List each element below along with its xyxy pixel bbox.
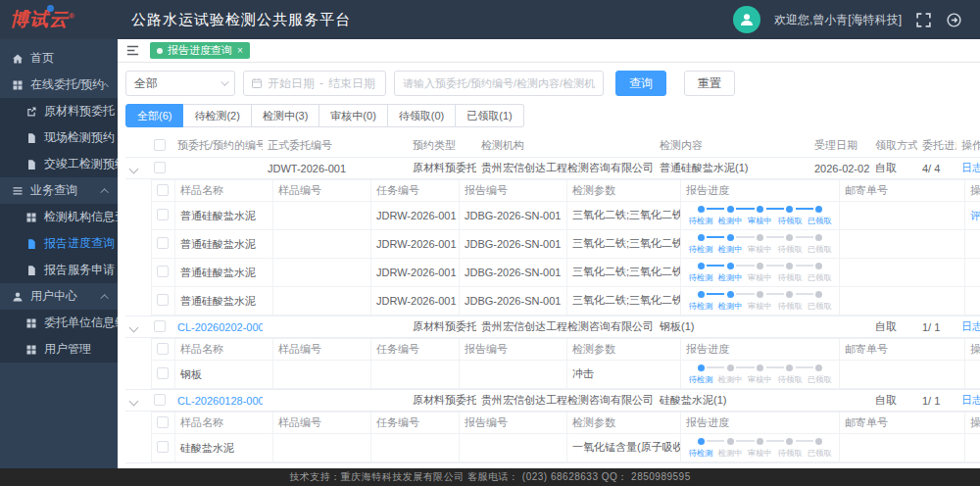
progress-dot — [698, 438, 705, 445]
report-progress: 待检测检测中审核中待领取已领取 — [686, 363, 834, 386]
status-tab-picked-up[interactable]: 已领取(1) — [456, 104, 523, 127]
status-tab-reviewing[interactable]: 审核中(0) — [319, 104, 387, 127]
row-checkbox[interactable] — [154, 320, 166, 332]
sidebar-item-report-service-apply[interactable]: 报告服务申请 — [0, 257, 118, 283]
sidebar-section-user-center[interactable]: 用户中心 — [0, 283, 118, 310]
sidebar-section-online-entrust[interactable]: 在线委托/预约 — [0, 72, 118, 98]
status-tab-testing[interactable]: 检测中(3) — [252, 104, 319, 127]
progress-dot — [757, 291, 763, 298]
tab-report-progress-query[interactable]: 报告进度查询 × — [150, 42, 250, 59]
progress-step: 待检测 — [686, 363, 715, 386]
progress-step: 检测中 — [715, 204, 745, 227]
pre-entrust-no-link[interactable]: CL-20260128-0002 — [177, 395, 263, 407]
column-header: 检测参数 — [567, 413, 681, 434]
row-actions — [965, 259, 980, 287]
progress-step-label: 待领取 — [776, 301, 804, 313]
progress-step: 待检测 — [686, 232, 715, 256]
progress-dot — [698, 291, 705, 298]
collapse-menu-icon[interactable] — [125, 43, 140, 58]
sidebar-section-business-query[interactable]: 业务查询 — [0, 177, 118, 204]
sidebar-item-home[interactable]: 首页 — [0, 45, 118, 72]
select-all-checkbox[interactable] — [157, 184, 169, 196]
sample-name: 普通硅酸盐水泥 — [175, 202, 273, 230]
grid-icon — [25, 344, 37, 356]
column-header: 操作 — [956, 134, 980, 158]
progress-dot — [815, 263, 822, 269]
row-checkbox[interactable] — [154, 394, 166, 406]
column-header: 预委托/预约的编号 — [172, 134, 263, 158]
log-link[interactable]: 日志 — [961, 320, 980, 332]
sample-no — [273, 361, 371, 389]
logo-dot — [47, 5, 54, 12]
pickup-method: 自取 — [870, 316, 917, 338]
column-header: 检测参数 — [567, 339, 681, 361]
evaluate-link[interactable]: 评价 — [970, 210, 980, 221]
query-button[interactable]: 查询 — [615, 71, 666, 96]
select-all-checkbox[interactable] — [157, 416, 169, 428]
column-header: 委托进度 — [917, 134, 956, 158]
logo[interactable]: 博试云® — [0, 7, 118, 32]
log-link[interactable]: 日志 — [961, 162, 980, 173]
row-actions — [965, 361, 980, 389]
test-org: 贵州宏信创达工程检测咨询有限公司 — [476, 390, 655, 412]
row-checkbox[interactable] — [157, 266, 169, 277]
row-checkbox[interactable] — [154, 162, 166, 173]
sample-name: 普通硅酸盐水泥 — [175, 259, 273, 287]
progress-dot — [786, 263, 793, 269]
formal-entrust-no: JDWT-2026-001 — [263, 158, 408, 179]
search-field — [394, 71, 604, 96]
sidebar-section-label: 在线委托/预约 — [30, 76, 104, 93]
status-select[interactable]: 全部 — [125, 71, 235, 96]
status-tab-pending-pickup[interactable]: 待领取(0) — [388, 104, 456, 127]
test-content: 钢板(1) — [655, 316, 809, 338]
expand-arrow-icon[interactable] — [129, 322, 139, 332]
registered-mark: ® — [69, 12, 75, 21]
select-all-checkbox[interactable] — [157, 343, 169, 355]
progress-dot — [757, 206, 763, 213]
avatar[interactable] — [733, 6, 760, 33]
pre-entrust-no — [172, 158, 263, 179]
progress-step-label: 待检测 — [687, 244, 714, 256]
mail-no — [840, 434, 965, 462]
close-icon[interactable]: × — [237, 45, 243, 56]
sidebar-item-completion-test-booking[interactable]: 交竣工检测预约 — [0, 151, 118, 177]
status-tab-pending-test[interactable]: 待检测(2) — [183, 104, 251, 127]
select-all-checkbox[interactable] — [154, 139, 166, 151]
log-link[interactable]: 日志 — [961, 394, 980, 406]
sidebar-item-entrust-unit-info[interactable]: 委托单位信息维护 — [0, 310, 118, 336]
sidebar-item-user-management[interactable]: 用户管理 — [0, 336, 118, 363]
row-checkbox[interactable] — [157, 209, 169, 220]
sidebar-item-site-test-booking[interactable]: 现场检测预约 — [0, 124, 118, 151]
external-link-icon — [25, 106, 37, 118]
expand-arrow-icon[interactable] — [129, 164, 139, 173]
progress-dot — [727, 263, 734, 269]
column-header: 操作 — [965, 339, 980, 361]
row-checkbox[interactable] — [157, 294, 169, 306]
sidebar-item-org-info-query[interactable]: 检测机构信息查询 — [0, 204, 118, 230]
document-icon — [25, 132, 37, 144]
progress-step-label: 检测中 — [716, 374, 744, 386]
pre-entrust-no-link[interactable]: CL-20260202-0001 — [177, 321, 263, 333]
fullscreen-icon[interactable] — [915, 12, 932, 28]
test-org: 贵州宏信创达工程检测咨询有限公司 — [476, 158, 655, 179]
progress-step: 审核中 — [745, 289, 774, 313]
progress-step-label: 已领取 — [806, 301, 833, 313]
test-params: 一氧化锰含量(原子吸收分光光度法);一氧化锰含量(高碘酸… — [567, 434, 681, 462]
column-header: 操作 — [965, 180, 980, 202]
column-header: 操作 — [965, 413, 980, 434]
search-input[interactable] — [403, 77, 595, 89]
row-checkbox[interactable] — [157, 237, 169, 249]
progress-step-label: 审核中 — [747, 216, 774, 227]
expand-arrow-icon[interactable] — [129, 396, 139, 406]
sidebar-item-report-progress-query[interactable]: 报告进度查询 — [0, 230, 118, 257]
progress-step: 待领取 — [775, 232, 805, 256]
date-range-picker[interactable]: 开始日期 - 结束日期 — [243, 71, 386, 96]
reset-button[interactable]: 重置 — [684, 71, 735, 96]
formal-entrust-no — [263, 316, 408, 338]
logout-icon[interactable] — [946, 12, 962, 28]
status-tab-all[interactable]: 全部(6) — [125, 104, 183, 127]
sidebar-item-raw-material-pre-entrust[interactable]: 原材料预委托 — [0, 98, 118, 124]
row-checkbox[interactable] — [157, 367, 169, 379]
row-checkbox[interactable] — [157, 441, 169, 453]
progress-step: 检测中 — [715, 232, 745, 256]
